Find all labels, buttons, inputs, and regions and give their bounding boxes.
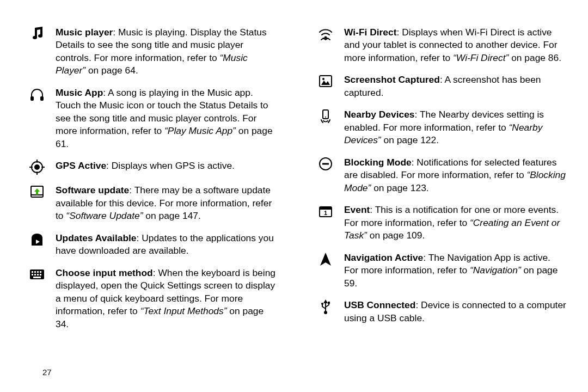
definition-body-post: on page 109. <box>367 230 425 241</box>
manual-page: Music player: Music is playing. Display … <box>0 0 588 392</box>
usb-icon <box>315 299 336 314</box>
definition-body-post: on page 86. <box>509 52 561 63</box>
definition-text: Choose input method: When the keyboard i… <box>56 267 278 330</box>
icon-definition-row: Screenshot Captured: A screenshot has be… <box>315 74 566 99</box>
definition-text: Wi-Fi Direct: Displays when Wi-Fi Direct… <box>344 26 566 64</box>
icon-definition-row: Event: This is a notification for one or… <box>315 204 566 242</box>
definition-text: Event: This is a notification for one or… <box>344 204 566 242</box>
definition-reference: “Software Update” <box>66 210 143 221</box>
definition-body-pre: : Displays when GPS is active. <box>106 160 235 171</box>
right-column: Wi-Fi Direct: Displays when Wi-Fi Direct… <box>315 26 566 383</box>
page-number: 27 <box>42 367 52 377</box>
wifi-direct-icon <box>315 26 336 41</box>
updates-available-icon <box>26 232 48 247</box>
definition-title: Nearby Devices <box>344 109 415 120</box>
event-icon <box>315 204 336 219</box>
definition-title: Software update <box>56 185 129 195</box>
gps-icon <box>26 160 48 175</box>
definition-title: Updates Available <box>56 232 137 243</box>
definition-text: Updates Available: Updates to the applic… <box>56 232 278 258</box>
definition-text: Music App: A song is playing in the Musi… <box>56 87 278 150</box>
definition-text: Navigation Active: The Navigation App is… <box>344 252 566 290</box>
definition-title: Navigation Active <box>344 252 423 263</box>
icon-definition-row: GPS Active: Displays when GPS is active. <box>26 160 278 175</box>
icon-definition-row: Software update: There may be a software… <box>26 184 278 222</box>
headphones-icon <box>26 87 48 102</box>
icon-definition-row: Updates Available: Updates to the applic… <box>26 232 278 258</box>
definition-text: Software update: There may be a software… <box>56 184 278 222</box>
icon-definition-row: Nearby Devices: The Nearby devices setti… <box>315 108 566 146</box>
definition-title: Blocking Mode <box>344 157 412 168</box>
definition-body-post: on page 147. <box>143 210 200 221</box>
icon-definition-row: Wi-Fi Direct: Displays when Wi-Fi Direct… <box>315 26 566 64</box>
definition-text: USB Connected: Device is connected to a … <box>344 299 566 324</box>
blocking-mode-icon <box>315 156 336 171</box>
definition-reference: “Play Music App” <box>164 125 236 136</box>
definition-title: Wi-Fi Direct <box>344 27 396 38</box>
icon-definition-row: Navigation Active: The Navigation App is… <box>315 252 566 290</box>
nearby-devices-icon <box>315 108 336 124</box>
software-update-icon <box>26 184 48 199</box>
definition-body-post: on page 122. <box>381 134 439 145</box>
left-column: Music player: Music is playing. Display … <box>26 26 278 383</box>
definition-reference: “Text Input Methods” <box>140 305 227 316</box>
definition-text: Screenshot Captured: A screenshot has be… <box>344 74 566 99</box>
navigation-icon <box>315 252 336 267</box>
keyboard-icon <box>26 267 48 282</box>
definition-text: GPS Active: Displays when GPS is active. <box>56 160 235 172</box>
definition-title: Event <box>344 204 370 215</box>
icon-definition-row: Music App: A song is playing in the Musi… <box>26 87 278 150</box>
definition-title: Screenshot Captured <box>344 74 440 85</box>
icon-definition-row: USB Connected: Device is connected to a … <box>315 299 566 324</box>
music-note-icon <box>26 26 48 41</box>
definition-title: GPS Active <box>56 160 106 171</box>
definition-text: Music player: Music is playing. Display … <box>56 26 278 77</box>
definition-reference: “Wi-Fi Direct” <box>453 52 509 63</box>
definition-text: Nearby Devices: The Nearby devices setti… <box>344 108 566 146</box>
definition-body-post: on page 123. <box>371 182 428 193</box>
screenshot-icon <box>315 74 336 89</box>
definition-body-post: on page 64. <box>85 65 138 76</box>
definition-text: Blocking Mode: Notifications for selecte… <box>344 156 566 194</box>
icon-definition-row: Blocking Mode: Notifications for selecte… <box>315 156 566 194</box>
icon-definition-row: Choose input method: When the keyboard i… <box>26 267 278 330</box>
definition-title: Music player <box>56 27 113 38</box>
icon-definition-row: Music player: Music is playing. Display … <box>26 26 278 77</box>
definition-title: Music App <box>56 87 103 98</box>
definition-title: Choose input method <box>56 267 153 278</box>
definition-title: USB Connected <box>344 299 415 310</box>
definition-reference: “Navigation” <box>470 265 521 275</box>
